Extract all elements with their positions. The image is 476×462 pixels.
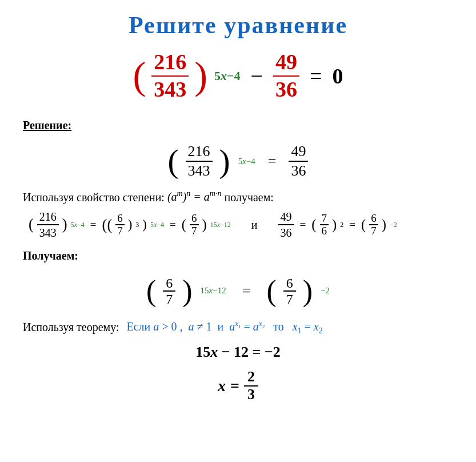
main-equation: ( 216 343 ) 5x−4 − 49 36 = 0 [23,50,453,102]
pf2: ) [182,274,192,308]
theorem-prefix: Используя теорему: [23,321,119,334]
p-67-b-l: ( [182,217,186,233]
exp-3: 3 [135,221,139,229]
close-outer-p: ) [142,217,147,232]
eq-s3: = [300,218,306,231]
close-inner-p: ) [128,217,133,232]
ps2: ) [62,218,67,232]
page-title: Решите уравнение [23,11,453,39]
frac-49-36-s: 49 36 [278,210,294,239]
property-line: Используя свойство степени: (am)n = am·n… [23,190,453,204]
step2-row: ( 216 343 ) 5x−4 = (( 6 7 ) 3 ) 5x−4 = (… [29,210,453,239]
exp-neg2-f: −2 [321,286,330,296]
exp-neg2: −2 [390,221,397,229]
frac-6-7-b: 6 7 [190,213,199,238]
exp-15x-12-f: 15x−12 [201,286,226,296]
answer-equation: x = 2 3 [23,369,453,403]
step1-equation: ( 216 343 ) 5x−4 = 49 36 [23,144,453,180]
p2: ) [219,146,230,176]
main-fraction: 216 343 [151,50,189,102]
frac-6-7-final-l: 6 7 [163,276,175,307]
frac-2-3: 2 3 [244,369,258,403]
exp-s1: 5x−4 [71,221,85,229]
x-var: x [218,377,226,395]
eq-final: = [242,282,251,300]
pf3: ( [266,274,276,308]
pf4: ) [303,274,313,308]
zero-main: 0 [332,63,343,89]
p-67-c-l: ( [361,217,366,233]
p-67-c-r: ) [382,217,386,233]
pf1: ( [146,274,156,308]
right-paren-main: ) [194,58,207,94]
p-76-r: ) [332,217,337,233]
eq-s2: = [170,218,176,231]
theorem-line: Используя теорему: Если a > 0 , a ≠ 1 и … [23,319,453,336]
main-fraction2: 49 36 [273,50,299,102]
and-text: и [251,218,258,232]
exp-s2: 5x−4 [150,221,164,229]
poluchaem-label: Получаем: [23,249,453,262]
frac-216-343-step1: 216 343 [186,144,213,180]
p-67-b-r: ) [202,217,207,233]
solution-label: Решение: [23,119,453,132]
ps1: ( [29,218,34,232]
eq-s1: = [90,218,97,231]
frac-7-6: 7 6 [320,213,329,238]
property-suffix: получаем: [224,190,273,203]
frac-6-7-c: 6 7 [369,213,378,238]
exp-15x-12: 15x−12 [210,221,231,229]
left-paren-main: ( [133,58,146,94]
frac-small-1: 216 343 [37,210,59,239]
frac-49-36-step1: 49 36 [289,144,308,180]
p-76-l: ( [311,217,316,233]
exp-2: 2 [340,221,343,229]
p1: ( [168,146,179,176]
frac-6-7-a: 6 7 [115,213,125,238]
main-exponent: 5x−4 [214,69,241,83]
double-paren-l: (( [102,216,113,234]
theorem-formula: Если a > 0 , a ≠ 1 и ax1 = ax2 то x1 = x… [124,319,323,336]
step-equation: 15x − 12 = −2 [23,344,453,361]
exp-step1: 5x−4 [238,157,255,166]
eq1: = [268,153,277,170]
minus-sign-main: − [251,63,263,89]
equals-main: = [310,63,322,89]
property-text: Используя свойство степени: [23,190,167,203]
equals-final: = [230,377,239,395]
final-fraction-eq: ( 6 7 ) 15x−12 = ( 6 7 ) −2 [23,274,453,308]
frac-6-7-final-r: 6 7 [283,276,296,307]
eq-s4: = [349,218,355,231]
property-formula: (am)n = am·n [167,190,225,203]
